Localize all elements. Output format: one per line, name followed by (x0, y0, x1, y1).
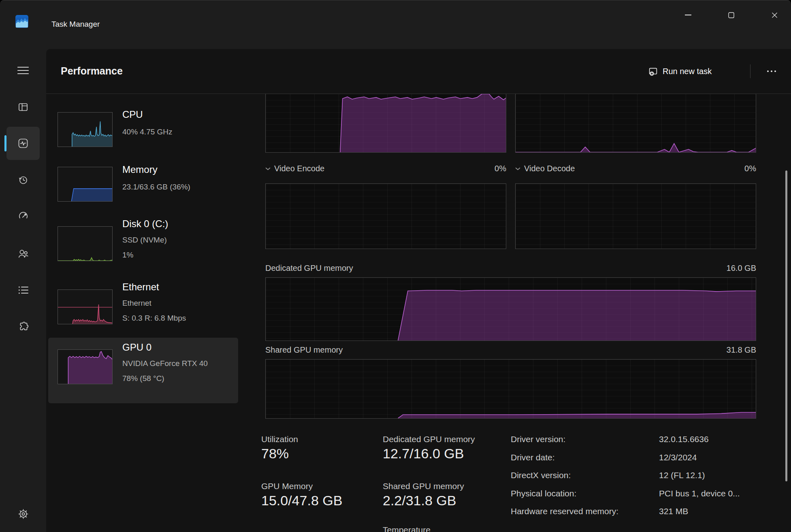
detail-value-3: PCI bus 1, device 0... (659, 489, 740, 498)
detail-label-1: Driver date: (511, 453, 555, 462)
detail-label-2: DirectX version: (511, 470, 571, 480)
detail-label-0: Driver version: (511, 434, 565, 444)
temperature-label: Temperature (383, 525, 431, 532)
detail-value-0: 32.0.15.6636 (659, 434, 709, 444)
task-manager-window: Task Manager (0, 0, 791, 532)
detail-label-3: Physical location: (511, 489, 576, 498)
detail-value-1: 12/3/2024 (659, 453, 697, 462)
gpu-details: Driver version:32.0.15.6636Driver date:1… (0, 0, 791, 532)
vertical-scrollbar[interactable] (785, 170, 787, 481)
detail-value-4: 321 MB (659, 506, 688, 516)
detail-label-4: Hardware reserved memory: (511, 506, 618, 516)
detail-value-2: 12 (FL 12.1) (659, 470, 705, 480)
